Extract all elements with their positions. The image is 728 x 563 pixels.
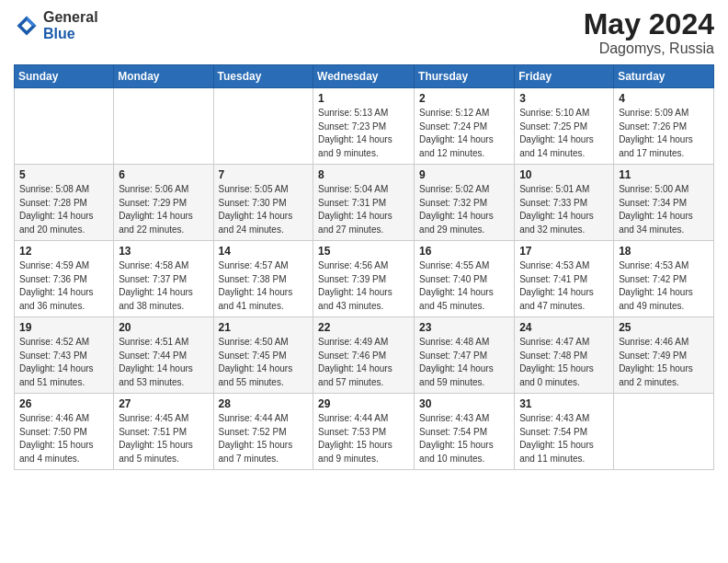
day-number: 24 <box>519 321 609 334</box>
day-number: 15 <box>318 245 409 258</box>
day-info: Sunrise: 4:59 AM Sunset: 7:36 PM Dayligh… <box>19 259 108 313</box>
calendar-cell: 8 Sunrise: 5:04 AM Sunset: 7:31 PM Dayli… <box>313 165 415 241</box>
day-number: 23 <box>419 321 509 334</box>
calendar-cell: 23 Sunrise: 4:48 AM Sunset: 7:47 PM Dayl… <box>415 317 515 394</box>
logo: General Blue <box>14 9 98 41</box>
col-sunday: Sunday <box>15 65 114 88</box>
day-info: Sunrise: 4:47 AM Sunset: 7:48 PM Dayligh… <box>519 336 609 389</box>
day-number: 19 <box>19 321 108 334</box>
day-number: 28 <box>219 397 309 410</box>
day-info: Sunrise: 4:43 AM Sunset: 7:54 PM Dayligh… <box>519 412 609 465</box>
calendar-cell <box>114 88 213 165</box>
calendar-cell: 10 Sunrise: 5:01 AM Sunset: 7:33 PM Dayl… <box>515 165 614 241</box>
day-number: 31 <box>519 397 609 410</box>
day-info: Sunrise: 4:53 AM Sunset: 7:41 PM Dayligh… <box>519 259 609 313</box>
day-info: Sunrise: 5:00 AM Sunset: 7:34 PM Dayligh… <box>619 183 709 236</box>
calendar-cell: 5 Sunrise: 5:08 AM Sunset: 7:28 PM Dayli… <box>15 165 114 241</box>
day-number: 30 <box>419 397 509 410</box>
day-number: 2 <box>419 92 509 105</box>
day-info: Sunrise: 5:10 AM Sunset: 7:25 PM Dayligh… <box>519 107 609 160</box>
day-number: 10 <box>519 168 609 181</box>
logo-blue: Blue <box>43 26 75 41</box>
day-number: 25 <box>619 321 709 334</box>
calendar-cell: 14 Sunrise: 4:57 AM Sunset: 7:38 PM Dayl… <box>213 241 313 317</box>
calendar-cell: 24 Sunrise: 4:47 AM Sunset: 7:48 PM Dayl… <box>515 317 614 394</box>
day-info: Sunrise: 4:44 AM Sunset: 7:52 PM Dayligh… <box>219 412 309 465</box>
day-number: 11 <box>619 168 709 181</box>
calendar-cell: 25 Sunrise: 4:46 AM Sunset: 7:49 PM Dayl… <box>614 317 714 394</box>
day-number: 3 <box>519 92 609 105</box>
day-info: Sunrise: 5:12 AM Sunset: 7:24 PM Dayligh… <box>419 107 509 160</box>
calendar-cell: 9 Sunrise: 5:02 AM Sunset: 7:32 PM Dayli… <box>415 165 515 241</box>
day-number: 9 <box>419 168 509 181</box>
calendar-cell <box>15 88 114 165</box>
day-number: 6 <box>119 168 208 181</box>
col-tuesday: Tuesday <box>213 65 313 88</box>
day-info: Sunrise: 4:46 AM Sunset: 7:50 PM Dayligh… <box>19 412 108 465</box>
day-number: 29 <box>318 397 409 410</box>
day-number: 7 <box>219 168 309 181</box>
day-info: Sunrise: 4:58 AM Sunset: 7:37 PM Dayligh… <box>119 259 208 313</box>
day-number: 17 <box>519 245 609 258</box>
day-number: 8 <box>318 168 409 181</box>
calendar-week-row: 5 Sunrise: 5:08 AM Sunset: 7:28 PM Dayli… <box>15 165 714 241</box>
calendar-cell: 7 Sunrise: 5:05 AM Sunset: 7:30 PM Dayli… <box>213 165 313 241</box>
calendar-cell: 20 Sunrise: 4:51 AM Sunset: 7:44 PM Dayl… <box>114 317 213 394</box>
calendar-cell: 11 Sunrise: 5:00 AM Sunset: 7:34 PM Dayl… <box>614 165 714 241</box>
col-wednesday: Wednesday <box>313 65 415 88</box>
day-info: Sunrise: 4:53 AM Sunset: 7:42 PM Dayligh… <box>619 259 709 313</box>
col-friday: Friday <box>515 65 614 88</box>
day-number: 22 <box>318 321 409 334</box>
logo-text: General Blue <box>43 9 98 41</box>
col-thursday: Thursday <box>415 65 515 88</box>
day-info: Sunrise: 4:43 AM Sunset: 7:54 PM Dayligh… <box>419 412 509 465</box>
calendar-cell: 6 Sunrise: 5:06 AM Sunset: 7:29 PM Dayli… <box>114 165 213 241</box>
calendar-cell: 15 Sunrise: 4:56 AM Sunset: 7:39 PM Dayl… <box>313 241 415 317</box>
day-number: 21 <box>219 321 309 334</box>
day-number: 20 <box>119 321 208 334</box>
calendar-cell <box>614 394 714 470</box>
logo-icon <box>14 13 40 39</box>
calendar-cell: 30 Sunrise: 4:43 AM Sunset: 7:54 PM Dayl… <box>415 394 515 470</box>
calendar-cell: 27 Sunrise: 4:45 AM Sunset: 7:51 PM Dayl… <box>114 394 213 470</box>
calendar-week-row: 19 Sunrise: 4:52 AM Sunset: 7:43 PM Dayl… <box>15 317 714 394</box>
calendar-cell: 19 Sunrise: 4:52 AM Sunset: 7:43 PM Dayl… <box>15 317 114 394</box>
day-info: Sunrise: 5:13 AM Sunset: 7:23 PM Dayligh… <box>318 107 409 160</box>
title-month: May 2024 <box>584 9 714 39</box>
day-info: Sunrise: 4:56 AM Sunset: 7:39 PM Dayligh… <box>318 259 409 313</box>
day-number: 4 <box>619 92 709 105</box>
calendar-cell: 28 Sunrise: 4:44 AM Sunset: 7:52 PM Dayl… <box>213 394 313 470</box>
calendar-cell: 16 Sunrise: 4:55 AM Sunset: 7:40 PM Dayl… <box>415 241 515 317</box>
calendar-cell: 2 Sunrise: 5:12 AM Sunset: 7:24 PM Dayli… <box>415 88 515 165</box>
day-info: Sunrise: 5:08 AM Sunset: 7:28 PM Dayligh… <box>19 183 108 236</box>
calendar-week-row: 1 Sunrise: 5:13 AM Sunset: 7:23 PM Dayli… <box>15 88 714 165</box>
day-info: Sunrise: 4:46 AM Sunset: 7:49 PM Dayligh… <box>619 336 709 389</box>
day-number: 13 <box>119 245 208 258</box>
day-info: Sunrise: 5:02 AM Sunset: 7:32 PM Dayligh… <box>419 183 509 236</box>
page: General Blue May 2024 Dagomys, Russia Su… <box>0 0 728 563</box>
title-block: May 2024 Dagomys, Russia <box>584 9 714 57</box>
calendar-cell: 18 Sunrise: 4:53 AM Sunset: 7:42 PM Dayl… <box>614 241 714 317</box>
calendar-cell <box>213 88 313 165</box>
day-info: Sunrise: 4:57 AM Sunset: 7:38 PM Dayligh… <box>219 259 309 313</box>
calendar-header-row: Sunday Monday Tuesday Wednesday Thursday… <box>15 65 714 88</box>
day-info: Sunrise: 4:55 AM Sunset: 7:40 PM Dayligh… <box>419 259 509 313</box>
day-number: 27 <box>119 397 208 410</box>
day-info: Sunrise: 5:09 AM Sunset: 7:26 PM Dayligh… <box>619 107 709 160</box>
day-number: 1 <box>318 92 409 105</box>
day-info: Sunrise: 4:44 AM Sunset: 7:53 PM Dayligh… <box>318 412 409 465</box>
calendar-week-row: 12 Sunrise: 4:59 AM Sunset: 7:36 PM Dayl… <box>15 241 714 317</box>
calendar-cell: 31 Sunrise: 4:43 AM Sunset: 7:54 PM Dayl… <box>515 394 614 470</box>
calendar-cell: 29 Sunrise: 4:44 AM Sunset: 7:53 PM Dayl… <box>313 394 415 470</box>
col-monday: Monday <box>114 65 213 88</box>
calendar-cell: 12 Sunrise: 4:59 AM Sunset: 7:36 PM Dayl… <box>15 241 114 317</box>
day-info: Sunrise: 4:48 AM Sunset: 7:47 PM Dayligh… <box>419 336 509 389</box>
calendar-cell: 4 Sunrise: 5:09 AM Sunset: 7:26 PM Dayli… <box>614 88 714 165</box>
day-info: Sunrise: 4:51 AM Sunset: 7:44 PM Dayligh… <box>119 336 208 389</box>
calendar-cell: 3 Sunrise: 5:10 AM Sunset: 7:25 PM Dayli… <box>515 88 614 165</box>
day-number: 18 <box>619 245 709 258</box>
col-saturday: Saturday <box>614 65 714 88</box>
day-info: Sunrise: 5:06 AM Sunset: 7:29 PM Dayligh… <box>119 183 208 236</box>
calendar-cell: 1 Sunrise: 5:13 AM Sunset: 7:23 PM Dayli… <box>313 88 415 165</box>
day-info: Sunrise: 5:04 AM Sunset: 7:31 PM Dayligh… <box>318 183 409 236</box>
